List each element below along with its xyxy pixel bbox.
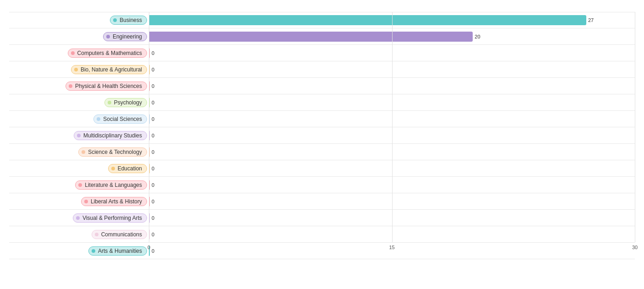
bar-label-area: Multidisciplinary Studies [9, 131, 149, 140]
bar-value-label: 0 [152, 116, 154, 122]
bar-label-pill: Multidisciplinary Studies [74, 131, 147, 140]
bar-label-text: Psychology [114, 99, 142, 106]
bar-label-area: Psychology [9, 98, 149, 107]
bar-plot-area: 0 [149, 78, 635, 94]
bar-label-pill: Bio, Nature & Agricultural [71, 65, 147, 74]
bar-value-label: 0 [152, 50, 154, 56]
bar-row: Physical & Health Sciences0 [9, 78, 635, 94]
bar-label-area: Social Sciences [9, 115, 149, 124]
bar-fill [149, 180, 150, 190]
bar-row: Business27 [9, 12, 635, 28]
bar-row: Education0 [9, 160, 635, 177]
bar-label-text: Arts & Humanities [98, 248, 142, 254]
bar-label-text: Communications [101, 231, 142, 238]
bar-plot-area: 0 [149, 144, 635, 160]
bar-dot [92, 249, 95, 253]
x-tick-0: 0 [147, 245, 150, 250]
bar-plot-area: 0 [149, 94, 635, 110]
bar-fill [149, 15, 586, 25]
bar-label-text: Science & Technology [88, 149, 142, 155]
x-axis: 01530 [149, 242, 635, 256]
bar-label-text: Visual & Performing Arts [82, 215, 142, 221]
bar-value-label: 0 [152, 133, 154, 138]
bar-label-pill: Liberal Arts & History [81, 197, 147, 206]
bar-dot [76, 216, 80, 220]
bar-label-area: Education [9, 164, 149, 173]
bar-dot [113, 18, 117, 22]
bar-label-area: Physical & Health Sciences [9, 82, 149, 91]
bar-value-label: 0 [152, 100, 154, 105]
bar-value-label: 0 [152, 67, 154, 72]
bar-label-area: Liberal Arts & History [9, 197, 149, 206]
bar-label-text: Physical & Health Sciences [75, 83, 142, 89]
bar-value-label: 0 [152, 83, 154, 89]
bar-label-pill: Education [108, 164, 147, 173]
bar-row: Communications0 [9, 226, 635, 243]
bar-plot-area: 0 [149, 160, 635, 176]
bar-label-text: Social Sciences [103, 116, 142, 122]
bar-value-label: 0 [152, 166, 154, 171]
bar-label-pill: Science & Technology [78, 147, 147, 157]
bar-label-pill: Literature & Languages [75, 180, 147, 190]
bar-fill [149, 131, 150, 141]
bar-fill [149, 213, 150, 223]
bar-value-label: 20 [475, 34, 480, 39]
bar-label-text: Computers & Mathematics [77, 50, 142, 56]
bar-value-label: 0 [152, 182, 154, 188]
bar-plot-area: 20 [149, 28, 635, 44]
bar-row: Computers & Mathematics0 [9, 45, 635, 61]
bar-label-pill: Psychology [104, 98, 147, 107]
bar-fill [149, 196, 150, 207]
bar-row: Social Sciences0 [9, 111, 635, 127]
bar-dot [111, 167, 115, 170]
bar-label-text: Business [120, 17, 142, 23]
bar-label-area: Visual & Performing Arts [9, 213, 149, 223]
bar-label-pill: Business [110, 16, 147, 25]
x-tick-30: 30 [632, 245, 638, 250]
bar-plot-area: 0 [149, 45, 635, 61]
bar-value-label: 0 [152, 232, 154, 237]
bar-fill [149, 229, 150, 240]
bar-label-text: Education [118, 165, 142, 172]
bar-dot [74, 68, 78, 71]
bar-plot-area: 0 [149, 226, 635, 242]
bar-fill [149, 81, 150, 91]
bar-dot [84, 200, 88, 203]
chart-area: Business27Engineering20Computers & Mathe… [9, 12, 635, 256]
bar-fill [149, 32, 473, 42]
bar-label-area: Business [9, 16, 149, 25]
bar-row: Engineering20 [9, 28, 635, 45]
bar-label-pill: Computers & Mathematics [68, 49, 147, 58]
bar-label-text: Liberal Arts & History [91, 198, 142, 205]
bar-label-area: Engineering [9, 32, 149, 41]
bar-label-area: Computers & Mathematics [9, 49, 149, 58]
bar-plot-area: 0 [149, 193, 635, 209]
bar-row: Multidisciplinary Studies0 [9, 127, 635, 144]
bar-dot [77, 134, 81, 137]
bar-dot [106, 35, 110, 38]
bar-fill [149, 147, 150, 157]
chart-container: Business27Engineering20Computers & Mathe… [0, 0, 644, 289]
bar-row: Visual & Performing Arts0 [9, 210, 635, 226]
bar-fill [149, 114, 150, 124]
bar-label-text: Bio, Nature & Agricultural [81, 66, 142, 73]
bar-row: Bio, Nature & Agricultural0 [9, 61, 635, 78]
bar-plot-area: 27 [149, 12, 635, 28]
bar-fill [149, 164, 150, 174]
bar-value-label: 0 [152, 149, 154, 155]
bar-row: Science & Technology0 [9, 144, 635, 160]
bar-dot [95, 233, 98, 236]
bar-row: Psychology0 [9, 94, 635, 111]
bar-row: Liberal Arts & History0 [9, 193, 635, 210]
bar-label-pill: Engineering [103, 32, 147, 41]
bar-row: Literature & Languages0 [9, 177, 635, 193]
bar-plot-area: 0 [149, 177, 635, 193]
bar-label-area: Arts & Humanities [9, 246, 149, 256]
bar-plot-area: 0 [149, 210, 635, 226]
bar-dot [82, 150, 85, 154]
bar-label-pill: Social Sciences [93, 115, 147, 124]
bar-plot-area: 0 [149, 61, 635, 77]
bar-label-text: Literature & Languages [85, 182, 142, 188]
bar-label-pill: Visual & Performing Arts [73, 213, 147, 223]
bar-label-text: Engineering [113, 33, 142, 40]
